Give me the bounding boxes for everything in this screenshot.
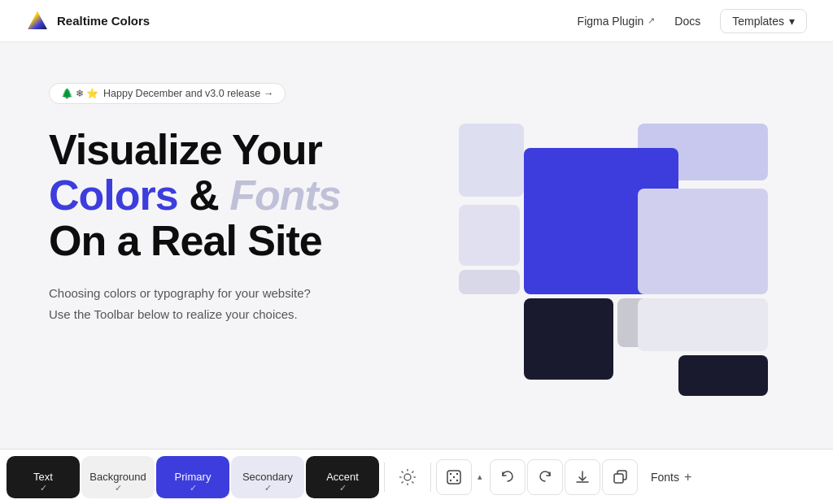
accent-label: Accent xyxy=(326,471,359,483)
accent-check-icon: ✓ xyxy=(339,483,347,493)
randomize-dropdown-button[interactable]: ▴ xyxy=(472,459,488,495)
secondary-check-icon: ✓ xyxy=(264,483,272,493)
svg-line-9 xyxy=(402,481,403,482)
toolbar-divider-2 xyxy=(430,463,431,492)
badge-emojis: 🌲 ❄ ⭐ xyxy=(61,88,98,99)
svg-point-11 xyxy=(450,472,451,474)
main-content: 🌲 ❄ ⭐ Happy December and v3.0 release → … xyxy=(0,42,833,449)
snowflake-emoji: ❄ xyxy=(76,88,84,99)
svg-marker-0 xyxy=(28,11,47,29)
hero-sub1: Choosing colors or typography for your w… xyxy=(49,286,311,300)
nav-right: Figma Plugin ↗ Docs Templates ▾ xyxy=(578,9,807,33)
redo-icon xyxy=(538,470,552,484)
announcement-badge[interactable]: 🌲 ❄ ⭐ Happy December and v3.0 release → xyxy=(49,83,286,104)
hero-colors-text: Colors xyxy=(49,172,178,219)
text-label: Text xyxy=(33,471,53,483)
hero-fonts-text: Fonts xyxy=(229,172,341,219)
undo-button[interactable] xyxy=(490,459,526,495)
sun-icon xyxy=(399,469,416,485)
fonts-label: Fonts xyxy=(651,471,679,484)
color-grid xyxy=(459,124,768,400)
copy-icon xyxy=(613,470,627,484)
svg-line-7 xyxy=(412,481,413,482)
svg-point-12 xyxy=(456,472,458,474)
undo-icon xyxy=(500,470,515,484)
copy-embed-button[interactable] xyxy=(602,459,638,495)
text-check-icon: ✓ xyxy=(40,483,47,493)
docs-link[interactable]: Docs xyxy=(674,15,700,28)
chevron-up-icon: ▴ xyxy=(478,471,482,482)
svg-rect-16 xyxy=(614,474,623,483)
dice-icon xyxy=(446,469,462,485)
color-block-left-bottom xyxy=(459,270,520,294)
right-content xyxy=(443,75,784,449)
svg-point-1 xyxy=(404,474,411,480)
secondary-label: Secondary xyxy=(242,471,293,483)
color-block-top-left xyxy=(459,124,524,197)
toolbar-primary-button[interactable]: Primary ✓ xyxy=(156,456,229,498)
randomize-button[interactable] xyxy=(436,459,472,495)
fonts-plus-icon: + xyxy=(684,470,691,484)
background-label: Background xyxy=(89,471,146,483)
toolbar-divider-1 xyxy=(384,463,385,492)
hero-ampersand: & xyxy=(178,172,229,219)
tree-emoji: 🌲 xyxy=(61,88,73,99)
svg-line-8 xyxy=(412,471,413,472)
external-link-icon: ↗ xyxy=(648,15,655,26)
left-content: 🌲 ❄ ⭐ Happy December and v3.0 release → … xyxy=(49,75,443,449)
download-button[interactable] xyxy=(565,459,600,495)
logo-icon xyxy=(26,10,49,33)
hero-line3: On a Real Site xyxy=(49,217,322,264)
hero-sub2: Use the Toolbar below to realize your ch… xyxy=(49,307,298,321)
hero-title: Visualize Your Colors & Fonts On a Real … xyxy=(49,127,443,263)
hero-line1: Visualize Your xyxy=(49,126,322,173)
figma-plugin-label: Figma Plugin xyxy=(578,15,644,28)
svg-point-14 xyxy=(456,479,458,480)
dice-group: ▴ xyxy=(436,459,488,495)
primary-check-icon: ✓ xyxy=(190,483,197,493)
toolbar: Text ✓ Background ✓ Primary ✓ Secondary … xyxy=(0,449,833,504)
fonts-button[interactable]: Fonts + xyxy=(639,459,703,495)
brightness-button[interactable] xyxy=(390,459,425,495)
nav-left: Realtime Colors xyxy=(26,10,150,33)
templates-button[interactable]: Templates ▾ xyxy=(720,9,807,33)
redo-button[interactable] xyxy=(527,459,563,495)
svg-line-6 xyxy=(402,471,403,472)
color-block-right-mid xyxy=(638,189,768,294)
figma-plugin-link[interactable]: Figma Plugin ↗ xyxy=(578,15,656,28)
color-block-dark xyxy=(524,298,613,380)
color-block-left-small xyxy=(459,205,520,266)
toolbar-accent-button[interactable]: Accent ✓ xyxy=(306,456,379,498)
chevron-down-icon: ▾ xyxy=(789,15,795,28)
download-icon xyxy=(575,470,590,484)
color-block-bottom-right-dark xyxy=(638,298,768,351)
brand-name: Realtime Colors xyxy=(57,14,150,28)
background-check-icon: ✓ xyxy=(115,483,122,493)
hero-subtitle: Choosing colors or typography for your w… xyxy=(49,283,443,324)
toolbar-secondary-button[interactable]: Secondary ✓ xyxy=(231,456,304,498)
star-emoji: ⭐ xyxy=(86,88,98,99)
announcement-text: Happy December and v3.0 release → xyxy=(103,88,273,99)
color-block-bottom-right-small xyxy=(678,355,768,396)
templates-label: Templates xyxy=(732,15,784,28)
navbar: Realtime Colors Figma Plugin ↗ Docs Temp… xyxy=(0,0,833,42)
svg-point-13 xyxy=(450,479,451,480)
primary-label: Primary xyxy=(175,471,212,483)
svg-point-15 xyxy=(453,476,455,477)
toolbar-background-button[interactable]: Background ✓ xyxy=(81,456,155,498)
toolbar-text-button[interactable]: Text ✓ xyxy=(7,456,80,498)
